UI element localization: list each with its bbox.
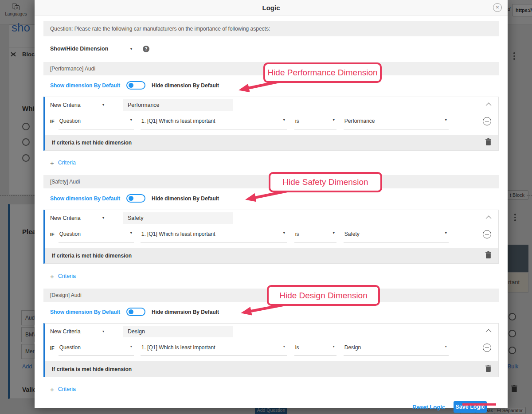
criteria-action-text: If criteria is met hide dimension <box>52 366 132 372</box>
source-type-dropdown[interactable]: Question▾ <box>59 230 134 242</box>
question-context-bar: Question: Please rate the following car … <box>43 21 499 36</box>
chevron-down-icon: ▾ <box>283 118 285 122</box>
chevron-down-icon: ▾ <box>130 344 132 348</box>
collapse-criteria-icon[interactable] <box>486 329 492 335</box>
plus-icon: + <box>50 159 54 167</box>
screen: A Languages d https:// sho Bloc Whic P S… <box>0 0 532 414</box>
add-condition-icon[interactable] <box>483 230 491 238</box>
chevron-down-icon: ▾ <box>445 344 447 348</box>
criteria-card: New Criteria ▾ Safety IF Question▾ 1. [Q… <box>43 210 499 264</box>
show-default-label: Show dimension By Default <box>50 195 120 202</box>
add-criteria-label: Criteria <box>58 386 76 392</box>
annotation-callout: Hide Design Dimension <box>267 285 380 306</box>
value-value: Performance <box>344 118 375 124</box>
toggle-knob <box>129 83 133 88</box>
value-value: Safety <box>344 231 360 237</box>
chevron-down-icon: ▾ <box>102 103 104 107</box>
chevron-down-icon: ▾ <box>445 231 447 235</box>
delete-criteria-icon[interactable] <box>485 251 491 260</box>
criteria-name-input[interactable]: Safety <box>123 212 233 224</box>
criteria-type-dropdown[interactable]: New Criteria ▾ <box>50 328 104 335</box>
if-label: IF <box>50 345 55 351</box>
modal-header: Logic ✕ <box>35 0 508 16</box>
collapse-criteria-icon[interactable] <box>486 216 492 222</box>
criteria-type-dropdown[interactable]: New Criteria ▾ <box>50 215 104 221</box>
source-question-dropdown[interactable]: 1. [Q1] Which is least important▾ <box>141 344 287 356</box>
operator-dropdown[interactable]: is▾ <box>294 344 336 356</box>
operator-value: is <box>295 344 299 351</box>
delete-criteria-icon[interactable] <box>485 138 491 147</box>
criteria-type-value: New Criteria <box>50 102 81 108</box>
source-question-value: 1. [Q1] Which is least important <box>141 118 215 124</box>
collapse-criteria-icon[interactable] <box>486 103 492 109</box>
show-default-label: Show dimension By Default <box>50 82 120 89</box>
plus-icon: + <box>50 386 54 393</box>
operator-dropdown[interactable]: is▾ <box>294 230 336 242</box>
add-criteria-button[interactable]: + Criteria <box>43 157 499 168</box>
criteria-type-value: New Criteria <box>50 328 81 335</box>
chevron-down-icon: ▾ <box>333 231 335 235</box>
chevron-down-icon: ▾ <box>333 344 335 348</box>
criteria-name-input[interactable]: Performance <box>123 99 233 111</box>
default-visibility-toggle[interactable] <box>126 194 145 203</box>
chevron-down-icon: ▾ <box>102 216 104 220</box>
logic-type-dropdown[interactable]: Show/Hide Dimension ▾ <box>50 46 132 52</box>
add-criteria-button[interactable]: + Criteria <box>43 384 499 394</box>
source-type-value: Question <box>59 344 81 351</box>
if-label: IF <box>50 119 55 124</box>
criteria-type-value: New Criteria <box>50 215 81 221</box>
annotation-underline <box>462 403 496 406</box>
chevron-down-icon: ▾ <box>283 344 285 348</box>
criteria-action-text: If criteria is met hide dimension <box>52 140 132 146</box>
chevron-down-icon: ▾ <box>333 118 335 122</box>
hide-default-label: Hide dimension By Default <box>152 82 219 89</box>
add-condition-icon[interactable] <box>483 117 491 125</box>
source-question-dropdown[interactable]: 1. [Q1] Which is least important▾ <box>141 117 287 129</box>
if-label: IF <box>50 232 55 237</box>
criteria-name-input[interactable]: Design <box>123 326 233 337</box>
source-question-value: 1. [Q1] Which is least important <box>141 231 215 237</box>
save-logic-button[interactable]: Save Logic <box>454 401 487 413</box>
annotation-callout: Hide Performance Dimension <box>263 62 382 83</box>
chevron-down-icon: ▾ <box>130 118 132 122</box>
chevron-down-icon: ▾ <box>130 47 132 51</box>
reset-logic-link[interactable]: Reset Logic <box>412 404 445 410</box>
add-condition-icon[interactable] <box>483 344 491 352</box>
operator-dropdown[interactable]: is▾ <box>294 117 336 129</box>
criteria-card: New Criteria ▾ Performance IF Question▾ … <box>43 97 499 151</box>
criteria-type-dropdown[interactable]: New Criteria ▾ <box>50 102 104 108</box>
add-criteria-label: Criteria <box>58 160 76 166</box>
value-dropdown[interactable]: Performance▾ <box>344 117 449 129</box>
delete-criteria-icon[interactable] <box>485 365 491 374</box>
annotation-callout: Hide Safety Dimension <box>269 172 382 192</box>
modal-title: Logic <box>35 0 508 16</box>
source-type-dropdown[interactable]: Question▾ <box>59 344 134 356</box>
source-question-value: 1. [Q1] Which is least important <box>141 344 215 351</box>
chevron-down-icon: ▾ <box>102 329 104 333</box>
operator-value: is <box>295 118 299 124</box>
chevron-down-icon: ▾ <box>445 118 447 122</box>
default-visibility-toggle[interactable] <box>126 308 145 316</box>
logic-modal: Logic ✕ Question: Please rate the follow… <box>35 0 508 408</box>
logic-type-value: Show/Hide Dimension <box>50 46 108 52</box>
toggle-knob <box>129 309 133 314</box>
add-criteria-button[interactable]: + Criteria <box>43 271 499 281</box>
operator-value: is <box>295 231 299 237</box>
add-criteria-label: Criteria <box>58 273 76 279</box>
source-type-dropdown[interactable]: Question▾ <box>59 117 134 129</box>
hide-default-label: Hide dimension By Default <box>152 195 219 202</box>
default-visibility-toggle[interactable] <box>126 81 145 90</box>
criteria-card: New Criteria ▾ Design IF Question▾ 1. [Q… <box>43 323 499 377</box>
hide-default-label: Hide dimension By Default <box>152 309 219 315</box>
value-value: Design <box>344 344 361 351</box>
criteria-action-text: If criteria is met hide dimension <box>52 253 132 259</box>
source-type-value: Question <box>59 231 81 237</box>
value-dropdown[interactable]: Design▾ <box>344 344 449 356</box>
source-type-value: Question <box>59 118 81 124</box>
close-icon[interactable]: ✕ <box>493 3 502 12</box>
help-icon[interactable]: ? <box>143 46 149 52</box>
source-question-dropdown[interactable]: 1. [Q1] Which is least important▾ <box>141 230 287 242</box>
value-dropdown[interactable]: Safety▾ <box>344 230 449 242</box>
chevron-down-icon: ▾ <box>130 231 132 235</box>
toggle-knob <box>129 196 133 201</box>
